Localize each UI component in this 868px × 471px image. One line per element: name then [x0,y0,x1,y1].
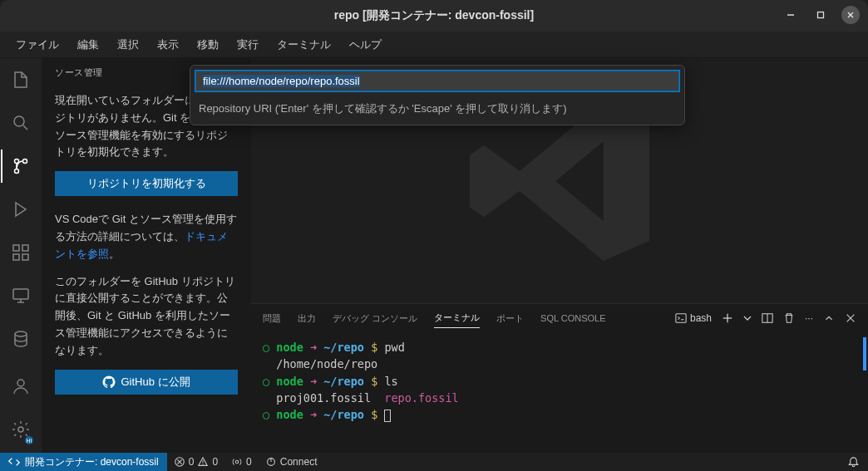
remote-explorer-icon[interactable] [1,282,41,309]
initialize-repo-button[interactable]: リポジトリを初期化する [55,171,238,196]
explorer-icon[interactable] [1,66,41,93]
repository-uri-input[interactable] [195,71,679,91]
svg-rect-10 [13,254,19,260]
svg-point-8 [15,169,19,174]
menu-edit[interactable]: 編集 [68,34,108,56]
error-count: 0 [189,456,195,468]
run-debug-icon[interactable] [1,196,41,223]
close-button[interactable] [841,6,860,24]
menu-terminal[interactable]: ターミナル [268,34,340,56]
panel-tabs: 問題 出力 デバッグ コンソール ターミナル ポート SQL CONSOLE b… [251,304,868,332]
svg-point-31 [235,460,239,464]
titlebar: repo [開発コンテナー: devcon-fossil] [0,0,868,32]
terminal-icon [675,312,687,324]
plug-icon [265,456,277,468]
menu-run[interactable]: 実行 [228,34,268,56]
menu-selection[interactable]: 選択 [108,34,148,56]
sidebar-message-2-suffix: 。 [109,248,120,260]
quick-input-hint: Repository URI ('Enter' を押して確認するか 'Escap… [190,96,684,125]
svg-line-5 [23,125,27,130]
remote-indicator[interactable]: 開発コンテナー: devcon-fossil [0,453,167,471]
svg-point-6 [23,159,27,164]
tab-terminal[interactable]: ターミナル [434,308,480,328]
remote-label: 開発コンテナー: devcon-fossil [25,455,159,469]
status-notifications[interactable] [841,453,868,471]
bottom-panel: 問題 出力 デバッグ コンソール ターミナル ポート SQL CONSOLE b… [251,303,868,453]
svg-point-16 [15,331,27,336]
account-icon[interactable] [1,373,41,400]
sidebar-message-2: VS Codeで Git とソース管理を使用する方法の詳細については、ドキュメン… [55,211,238,262]
new-terminal-button[interactable] [722,312,733,324]
svg-rect-9 [13,245,19,251]
tab-problems[interactable]: 問題 [263,309,281,328]
activitybar: HI [0,58,42,453]
tab-sql-console[interactable]: SQL CONSOLE [540,310,605,326]
svg-point-4 [14,116,24,126]
github-icon [102,375,116,389]
source-control-icon[interactable] [1,153,41,179]
status-ports[interactable]: 0 [224,453,259,471]
menubar: ファイル 編集 選択 表示 移動 実行 ターミナル ヘルプ [0,32,868,58]
menu-go[interactable]: 移動 [188,34,228,56]
quick-input-palette: Repository URI ('Enter' を押して確認するか 'Escap… [190,65,685,125]
status-problems[interactable]: 0 0 [167,453,224,471]
terminal-content[interactable]: ○ node ➜ ~/repo $ pwd /home/node/repo ○ … [251,332,868,453]
publish-github-button[interactable]: GitHub に公開 [55,370,238,395]
tab-debug-console[interactable]: デバッグ コンソール [333,309,417,328]
extensions-icon[interactable] [1,239,41,266]
terminal-profile-label: bash [690,312,712,324]
svg-rect-11 [22,254,28,260]
svg-point-18 [18,427,23,432]
statusbar: 開発コンテナー: devcon-fossil 0 0 0 Connect [0,453,868,471]
svg-rect-12 [22,245,28,251]
menu-view[interactable]: 表示 [148,34,188,56]
split-terminal-button[interactable] [762,312,773,324]
remote-icon [8,456,20,468]
connect-label: Connect [280,456,318,468]
search-icon[interactable] [1,110,41,136]
kill-terminal-button[interactable] [783,312,795,324]
terminal-scrollbar[interactable] [863,337,866,370]
error-icon [174,456,185,468]
svg-rect-13 [13,289,28,299]
minimize-button[interactable] [782,6,800,24]
broadcast-icon [231,456,243,468]
tab-ports[interactable]: ポート [496,309,524,328]
status-connect[interactable]: Connect [259,453,324,471]
terminal-dropdown-icon[interactable] [743,314,752,322]
sidebar-message-3: このフォルダーを GitHub リポジトリに直接公開することができます。公開後、… [55,273,238,360]
terminal-profile[interactable]: bash [675,312,712,324]
menu-help[interactable]: ヘルプ [340,34,391,56]
svg-point-30 [203,464,204,464]
settings-badge: HI [25,436,33,444]
window-title: repo [開発コンテナー: devcon-fossil] [334,8,534,23]
settings-gear-icon[interactable]: HI [1,416,41,443]
menu-file[interactable]: ファイル [7,34,68,56]
maximize-button[interactable] [811,6,830,24]
close-panel-button[interactable] [845,312,856,324]
ports-count: 0 [246,456,252,468]
database-icon[interactable] [1,326,41,352]
svg-point-17 [17,380,24,386]
tab-output[interactable]: 出力 [298,309,316,328]
warning-count: 0 [212,456,218,468]
bell-icon [847,456,860,469]
publish-github-label: GitHub に公開 [121,375,190,390]
svg-rect-19 [676,314,686,323]
maximize-panel-button[interactable] [823,312,835,324]
svg-rect-1 [818,12,824,18]
panel-more-icon[interactable]: ··· [805,312,813,324]
warning-icon [197,456,209,468]
